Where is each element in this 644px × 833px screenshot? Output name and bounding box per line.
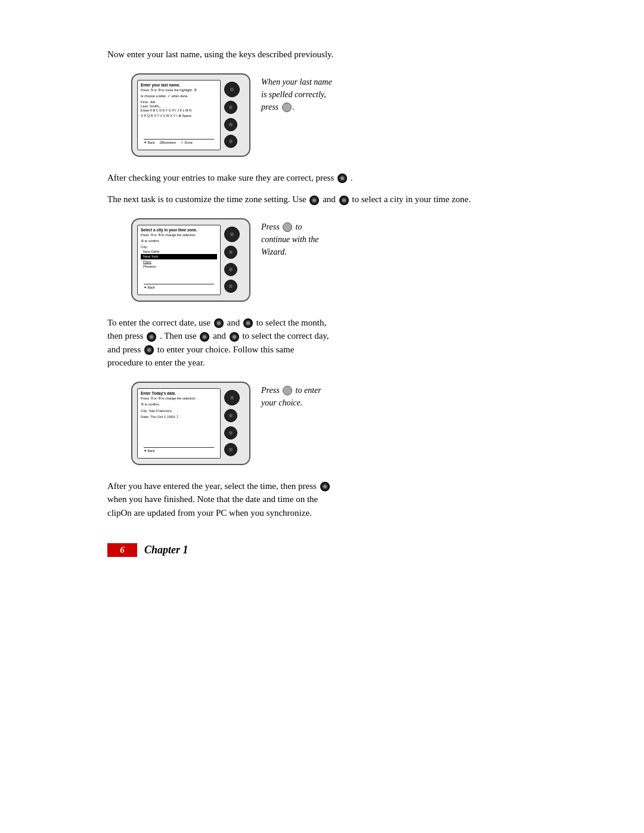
scroll-down-icon [243, 318, 253, 328]
figure-2-caption: Press to continue with the Wizard. [261, 218, 318, 258]
press-icon-1 [282, 103, 292, 112]
device-screen-1: Enter your last name. Press ⑤ or ⑥ to mo… [137, 80, 221, 150]
screen-instr2-1: Press ⑤ or ⑥ to change the selection. [141, 233, 217, 237]
confirm-icon-2 [147, 332, 156, 342]
screen-footer-back-1: ✦ Back [144, 141, 155, 144]
screen-title-1: Enter your last name. [141, 83, 217, 87]
paragraph-4: To enter the correct date, use and to se… [107, 316, 561, 370]
press-icon-3 [283, 386, 292, 395]
btn-bot-3 [224, 443, 237, 456]
device-3: Enter Today's date. Press ⑤ or ⑥ to chan… [131, 382, 250, 465]
screen-instr3-2: ⑥ to confirm. [141, 402, 217, 407]
device-buttons-3 [224, 388, 240, 459]
screen-chars-1: Erase A B C D E F G H I J K L M N [141, 109, 217, 113]
screen-chars-2: O P Q R S T U V W X Y / ⊕ Space [141, 114, 217, 119]
screen-instr-2: to choose a letter. ✓ when done. [141, 94, 217, 98]
scroll-up-icon [214, 318, 224, 328]
down-icon-inline [339, 196, 349, 205]
device-body-1: Enter your last name. Press ⑤ or ⑥ to mo… [131, 73, 250, 157]
screen-field-2: Last: Smith_ [141, 104, 217, 108]
press-icon-2 [283, 222, 292, 232]
screen-city-4: Phoenix [141, 264, 217, 269]
figure-1: Enter your last name. Press ⑤ or ⑥ to mo… [131, 73, 561, 157]
up-icon-inline [309, 196, 319, 205]
btn-mid2-3 [224, 426, 237, 439]
screen-content-1: Enter your last name. Press ⑤ or ⑥ to mo… [141, 83, 217, 147]
screen-title-3: Enter Today's date. [141, 391, 217, 395]
screen-content-3: Enter Today's date. Press ⑤ or ⑥ to chan… [141, 391, 217, 456]
btn-mid1-1 [224, 101, 237, 114]
paragraph-5: After you have entered the year, select … [107, 479, 561, 520]
screen-city-3: Paris [141, 259, 217, 264]
device-buttons-2 [224, 225, 240, 295]
screen-footer-3: ✦ Back [144, 447, 214, 453]
screen-city-1: New Delhi [141, 249, 217, 254]
screen-footer-2: ✦ Back [144, 284, 214, 289]
screen-title-2: Select a city in your time zone. [141, 228, 217, 232]
screen-footer-done-1: ✓ Done [181, 141, 193, 144]
device-body-3: Enter Today's date. Press ⑤ or ⑥ to chan… [131, 382, 250, 465]
confirm-icon-3 [144, 345, 154, 355]
screen-instr3-1: Press ⑤ or ⑥ to change the selection. [141, 397, 217, 401]
paragraph-3: The next task is to customize the time z… [107, 193, 561, 206]
btn-mid1-3 [224, 409, 237, 422]
chapter-footer: 6 Chapter 1 [107, 543, 561, 557]
btn-bot-2 [224, 280, 237, 293]
right-icon-inline [230, 332, 239, 342]
figure-3-caption: Press to enter your choice. [261, 382, 321, 409]
screen-content-2: Select a city in your time zone. Press ⑤… [141, 228, 217, 292]
page-content: Now enter your last name, using the keys… [107, 48, 561, 557]
btn-mid2-2 [224, 263, 237, 276]
done-icon-inline [320, 482, 330, 491]
confirm-icon-inline [338, 174, 347, 183]
screen-field-1: First: Joe [141, 100, 217, 104]
screen-footer-numbers-1: ⊟Numbers [160, 141, 176, 144]
paragraph-2: After checking your entries to make sure… [107, 171, 561, 185]
device-2: Select a city in your time zone. Press ⑤… [131, 218, 250, 302]
screen-city-2: New York [141, 254, 217, 259]
figure-1-caption: When your last name is spelled correctly… [261, 73, 332, 113]
figure-3: Enter Today's date. Press ⑤ or ⑥ to chan… [131, 382, 561, 465]
screen-footer-1: ✦ Back ⊟Numbers ✓ Done [144, 139, 214, 144]
btn-mid2-1 [224, 118, 237, 131]
btn-top-1 [224, 82, 240, 97]
screen-date-3: Date: Thu Oct 1 1993 ↕ [141, 414, 217, 419]
btn-top-2 [224, 227, 240, 242]
intro-paragraph: Now enter your last name, using the keys… [107, 48, 561, 61]
btn-bot-1 [224, 135, 237, 148]
screen-city-label: City: [141, 245, 217, 249]
screen-instr-1: Press ⑤ or ⑥ to move the highlight. ⑥ [141, 88, 217, 92]
device-buttons-1 [224, 80, 240, 150]
chapter-number: 6 [107, 543, 137, 557]
left-icon-inline [200, 332, 209, 342]
screen-instr2-2: ⑥ to confirm. [141, 239, 217, 243]
device-screen-3: Enter Today's date. Press ⑤ or ⑥ to chan… [137, 388, 221, 459]
btn-top-3 [224, 390, 240, 405]
screen-city-3: City: San Francisco [141, 409, 217, 413]
btn-mid1-2 [224, 246, 237, 259]
device-1: Enter your last name. Press ⑤ or ⑥ to mo… [131, 73, 250, 157]
device-body-2: Select a city in your time zone. Press ⑤… [131, 218, 250, 302]
figure-2: Select a city in your time zone. Press ⑤… [131, 218, 561, 302]
chapter-label: Chapter 1 [144, 544, 188, 556]
device-screen-2: Select a city in your time zone. Press ⑤… [137, 225, 221, 295]
